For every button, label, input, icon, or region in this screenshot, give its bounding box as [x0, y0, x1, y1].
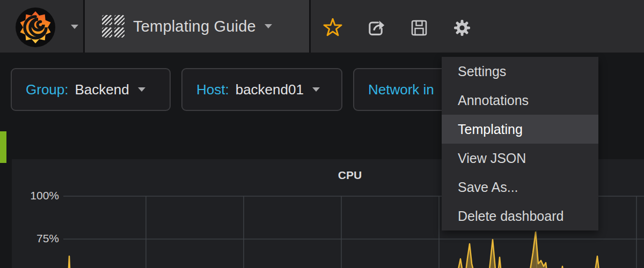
- gear-icon[interactable]: [453, 19, 471, 37]
- variable-label: Network in: [368, 81, 434, 98]
- grafana-logo-icon: [15, 7, 56, 48]
- dashboard-grid-icon: [102, 15, 125, 38]
- share-icon[interactable]: [365, 18, 386, 37]
- y-axis-tick-100: 100%: [9, 189, 59, 202]
- variable-dropdown-group[interactable]: Group: Backend: [11, 68, 171, 111]
- chevron-down-icon: [312, 87, 320, 92]
- star-icon[interactable]: [323, 18, 342, 36]
- variable-dropdown-host[interactable]: Host: backend01: [181, 68, 342, 111]
- menu-item-settings[interactable]: Settings: [442, 57, 598, 86]
- menu-item-view-json[interactable]: View JSON: [442, 144, 598, 173]
- chevron-down-icon: [71, 25, 78, 29]
- dashboard-title-dropdown[interactable]: Templating Guide: [85, 0, 309, 53]
- menu-item-templating[interactable]: Templating: [442, 115, 598, 144]
- dashboard-title: Templating Guide: [133, 18, 256, 35]
- navbar-divider: [309, 0, 311, 53]
- variable-value: Backend: [75, 81, 129, 98]
- menu-item-save-as[interactable]: Save As...: [442, 173, 598, 202]
- chevron-down-icon: [138, 87, 145, 92]
- variable-value: backend01: [236, 81, 304, 98]
- row-collapse-handle[interactable]: [0, 131, 6, 163]
- variable-label: Group:: [26, 81, 69, 98]
- top-navbar: Templating Guide: [0, 0, 644, 53]
- menu-item-delete-dashboard[interactable]: Delete dashboard: [442, 202, 598, 230]
- chevron-down-icon: [265, 24, 272, 28]
- grafana-logo-menu[interactable]: [0, 0, 84, 53]
- variable-label: Host:: [196, 81, 229, 98]
- menu-item-annotations[interactable]: Annotations: [442, 86, 598, 115]
- y-axis-tick-75: 75%: [9, 232, 59, 245]
- save-icon[interactable]: [411, 19, 428, 36]
- gear-dropdown-menu: Settings Annotations Templating View JSO…: [442, 57, 598, 230]
